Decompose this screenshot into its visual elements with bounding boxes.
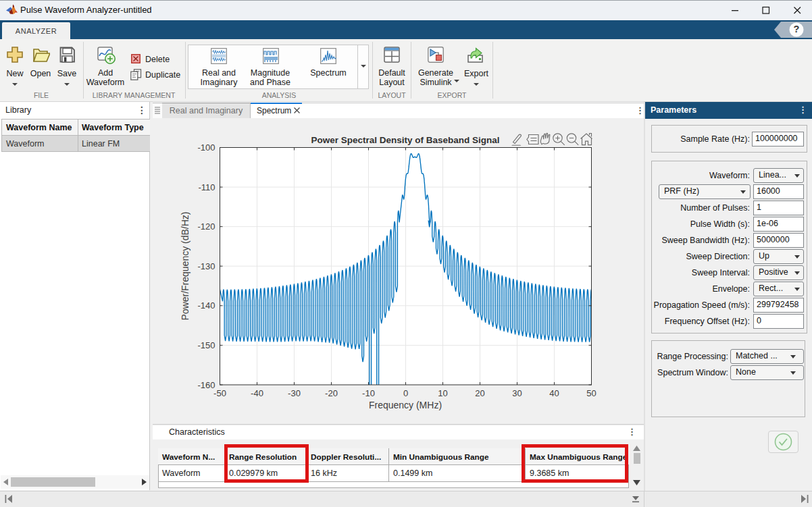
svg-text:-140: -140 (197, 300, 215, 311)
svg-text:-50: -50 (213, 388, 226, 398)
svg-text:-30: -30 (288, 388, 301, 398)
svg-text:-130: -130 (197, 261, 215, 271)
svg-text:-10: -10 (362, 388, 375, 398)
svg-text:50: 50 (586, 388, 596, 398)
svg-text:-120: -120 (197, 221, 215, 232)
svg-text:20: 20 (475, 388, 484, 398)
svg-text:-110: -110 (198, 182, 215, 192)
svg-text:10: 10 (438, 388, 447, 398)
svg-text:-100: -100 (197, 142, 215, 153)
svg-text:Power/Frequency (dB/Hz): Power/Frequency (dB/Hz) (180, 211, 191, 320)
svg-text:-20: -20 (325, 388, 338, 398)
svg-text:-150: -150 (197, 340, 215, 350)
svg-text:Frequency (MHz): Frequency (MHz) (369, 400, 442, 410)
svg-text:30: 30 (512, 388, 522, 398)
svg-text:40: 40 (549, 388, 559, 398)
svg-text:Power Spectral Density of Base: Power Spectral Density of Baseband Signa… (311, 135, 499, 145)
svg-text:-40: -40 (251, 388, 263, 398)
svg-text:-160: -160 (197, 380, 215, 390)
svg-text:0: 0 (403, 388, 408, 398)
